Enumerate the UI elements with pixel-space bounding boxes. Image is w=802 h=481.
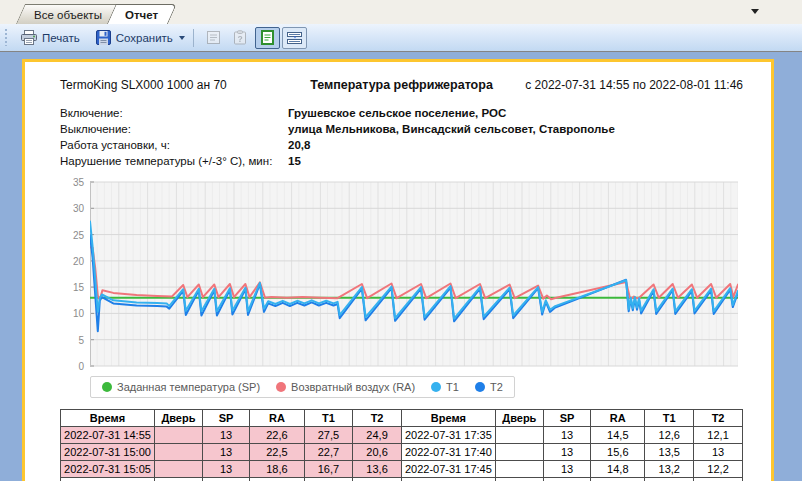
report-view-area: TermoKing SLX000 1000 ан 70 Температура … xyxy=(0,52,802,481)
y-tick-label: 10 xyxy=(73,308,84,319)
info-value: улица Мельникова, Винсадский сельсовет, … xyxy=(288,121,615,137)
table-cell: 12,6 xyxy=(645,427,694,444)
table-cell: 13,2 xyxy=(645,461,694,478)
legend-label: Возвратный воздух (RA) xyxy=(291,381,415,393)
tab-list-dropdown-button[interactable] xyxy=(748,5,762,17)
tab-all-objects[interactable]: Все объекты xyxy=(16,4,121,24)
table-cell: 20,6 xyxy=(353,444,402,461)
table-row: 2022-07-31 15:001322,522,720,62022-07-31… xyxy=(61,444,743,461)
info-row: Включение:Грушевское сельское поселение,… xyxy=(60,105,743,121)
column-header: T2 xyxy=(353,410,402,427)
table-cell xyxy=(495,461,543,478)
report-view-icon xyxy=(261,30,274,45)
info-label: Включение: xyxy=(60,105,288,121)
report-title: Температура рефрижератора xyxy=(310,78,493,92)
column-header: Дверь xyxy=(495,410,543,427)
table-cell: 14,5 xyxy=(591,427,645,444)
help-button: ? xyxy=(228,27,253,49)
tab-report[interactable]: Отчет xyxy=(107,4,177,24)
save-dropdown-button[interactable] xyxy=(177,29,187,47)
info-list: Включение:Грушевское сельское поселение,… xyxy=(60,105,743,169)
legend-item: Заданная температура (SP) xyxy=(102,381,260,393)
y-tick-label: 0 xyxy=(78,361,84,372)
table-cell: 13 xyxy=(202,461,249,478)
info-row: Выключение:улица Мельникова, Винсадский … xyxy=(60,121,743,137)
table-cell: 13 xyxy=(694,444,743,461)
y-tick-label: 5 xyxy=(78,334,84,345)
tab-label: Все объекты xyxy=(34,9,102,21)
printer-icon xyxy=(21,30,37,45)
legend-dot-icon xyxy=(102,382,112,392)
table-cell xyxy=(495,478,543,481)
svg-text:?: ? xyxy=(238,34,243,44)
y-tick-label: 30 xyxy=(73,203,84,214)
table-cell: 13 xyxy=(543,427,590,444)
info-value: Грушевское сельское поселение, РОС xyxy=(288,105,506,121)
table-cell: 12,2 xyxy=(694,461,743,478)
table-cell: 13,4 xyxy=(250,478,304,481)
tab-strip: Все объектыОтчет xyxy=(0,0,802,24)
info-label: Выключение: xyxy=(60,121,288,137)
column-header: T2 xyxy=(694,410,743,427)
info-value: 15 xyxy=(288,153,301,169)
table-cell: 22,5 xyxy=(250,444,304,461)
report-header: TermoKing SLX000 1000 ан 70 Температура … xyxy=(60,78,743,92)
table-cell xyxy=(154,461,202,478)
table-header-row: ВремяДверьSPRAT1T2ВремяДверьSPRAT1T2 xyxy=(61,410,743,427)
y-tick-label: 20 xyxy=(73,255,84,266)
table-cell: 2022-07-31 17:50 xyxy=(401,478,495,481)
column-header: Время xyxy=(401,410,495,427)
table-cell: 27,5 xyxy=(304,427,353,444)
report-period: с 2022-07-31 14:55 по 2022-08-01 11:46 xyxy=(493,78,743,92)
table-cell: 13,5 xyxy=(645,444,694,461)
column-header: T1 xyxy=(304,410,353,427)
column-header: Дверь xyxy=(154,410,202,427)
table-cell: 13,6 xyxy=(353,461,402,478)
table-cell: 18,6 xyxy=(250,461,304,478)
table-body: 2022-07-31 14:551322,627,524,92022-07-31… xyxy=(61,427,743,481)
legend-dot-icon xyxy=(431,382,441,392)
table-cell: 13 xyxy=(202,427,249,444)
floppy-save-icon xyxy=(96,30,111,45)
table-cell: 13 xyxy=(202,478,249,481)
report-view-toggle[interactable] xyxy=(255,27,280,49)
table-cell: 2022-07-31 17:35 xyxy=(401,427,495,444)
table-cell xyxy=(154,478,202,481)
table-cell: 22,7 xyxy=(304,444,353,461)
chart-svg xyxy=(90,179,738,369)
legend-label: Заданная температура (SP) xyxy=(117,381,260,393)
report-table: ВремяДверьSPRAT1T2ВремяДверьSPRAT1T2 202… xyxy=(60,409,743,481)
chevron-down-icon xyxy=(179,36,185,40)
save-button[interactable]: Сохранить xyxy=(88,26,181,49)
table-cell: 13 xyxy=(543,478,590,481)
table-cell: 15,6 xyxy=(591,444,645,461)
save-button-label: Сохранить xyxy=(116,32,173,44)
info-label: Нарушение температуры (+/-3° С), мин: xyxy=(60,153,288,169)
table-cell: 2022-07-31 15:05 xyxy=(61,461,155,478)
report-page: TermoKing SLX000 1000 ан 70 Температура … xyxy=(22,59,774,481)
table-cell: 12,1 xyxy=(694,427,743,444)
info-row: Работа установки, ч:20,8 xyxy=(60,137,743,153)
info-label: Работа установки, ч: xyxy=(60,137,288,153)
table-cell xyxy=(495,427,543,444)
y-tick-label: 25 xyxy=(73,229,84,240)
page-layout-toggle[interactable] xyxy=(282,27,307,49)
table-cell: 2022-07-31 15:00 xyxy=(61,444,155,461)
table-row: 2022-07-31 14:551322,627,524,92022-07-31… xyxy=(61,427,743,444)
legend-dot-icon xyxy=(475,382,485,392)
table-cell: 6,6 xyxy=(353,478,402,481)
table-cell: 2022-07-31 17:40 xyxy=(401,444,495,461)
toolbar-grip[interactable] xyxy=(4,29,8,46)
table-cell: 16,7 xyxy=(304,461,353,478)
legend-item: Возвратный воздух (RA) xyxy=(276,381,415,393)
print-button[interactable]: Печать xyxy=(13,26,88,49)
table-cell xyxy=(495,444,543,461)
table-cell xyxy=(154,427,202,444)
table-cell: 13 xyxy=(543,444,590,461)
legend-label: Т2 xyxy=(490,381,503,393)
table-row: 2022-07-31 15:101313,410,36,62022-07-31 … xyxy=(61,478,743,481)
print-button-label: Печать xyxy=(42,32,80,44)
table-cell: 13 xyxy=(591,478,645,481)
device-name: TermoKing SLX000 1000 ан 70 xyxy=(60,78,310,92)
page-setup-button xyxy=(201,27,226,49)
